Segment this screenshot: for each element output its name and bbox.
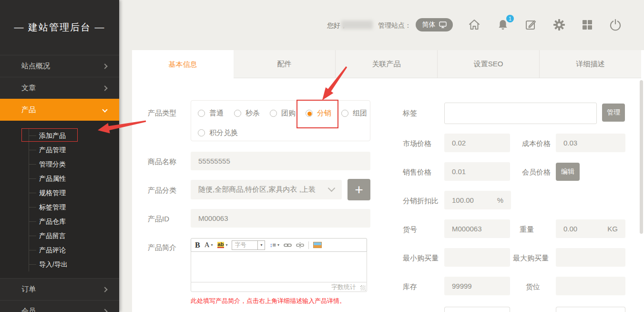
- weight-value: 0.00: [563, 225, 577, 233]
- product-category-label: 产品分类: [148, 186, 176, 195]
- font-size-combo[interactable]: 字号 ▼: [232, 240, 265, 250]
- radio-label: 秒杀: [245, 109, 260, 118]
- editor-toolbar: B A ▾ ab ▾ 字号 ▼ ↕≡ ▾: [191, 238, 367, 252]
- tag-input[interactable]: [444, 103, 597, 124]
- submenu-item-product-attrs[interactable]: 产品属性: [29, 171, 114, 186]
- language-site-button[interactable]: 简体: [416, 18, 453, 31]
- item-number-input[interactable]: [444, 219, 510, 238]
- max-purchase-input[interactable]: [556, 248, 625, 267]
- sidebar-item-orders[interactable]: 订单: [0, 278, 119, 300]
- submenu-item-add-product[interactable]: 添加产品: [29, 128, 114, 143]
- product-name-input[interactable]: [191, 152, 370, 170]
- insert-image-icon[interactable]: [313, 242, 322, 248]
- radio-group-buy[interactable]: 团购: [270, 109, 296, 118]
- scrollbar-thumb[interactable]: [640, 80, 643, 234]
- radio-circle-icon: [198, 110, 205, 117]
- radio-flash-sale[interactable]: 秒杀: [234, 109, 260, 118]
- submenu-item-warehouse[interactable]: 产品仓库: [29, 214, 114, 229]
- member-price-edit-button[interactable]: 编辑: [556, 163, 580, 181]
- highlight-button[interactable]: ab ▾: [217, 242, 228, 248]
- max-purchase-label: 最大购买量: [513, 254, 549, 263]
- language-label: 简体: [422, 21, 436, 29]
- distribution-discount-label: 分销折扣比: [403, 197, 439, 206]
- manage-tags-button[interactable]: 管理: [602, 104, 625, 122]
- font-size-placeholder: 字号: [232, 241, 257, 249]
- shelf-location-input[interactable]: [556, 277, 625, 295]
- logout-power-icon[interactable]: [608, 17, 623, 32]
- notifications-bell-icon[interactable]: 1: [495, 17, 511, 32]
- sale-price-label: 销售价格: [403, 168, 431, 177]
- home-icon[interactable]: [467, 17, 482, 32]
- min-purchase-input[interactable]: [444, 248, 510, 267]
- sidebar-item-articles[interactable]: 文章: [0, 77, 119, 99]
- discount-value: 100.00: [452, 196, 474, 204]
- product-type-label: 产品类型: [148, 109, 176, 118]
- editor-content-area[interactable]: [191, 252, 367, 282]
- radio-team-buy[interactable]: 组团: [341, 109, 367, 118]
- tab-detail-description[interactable]: 详细描述: [539, 50, 641, 78]
- distribution-discount-input[interactable]: 100.00 %: [444, 191, 511, 209]
- toolbar-separator: [308, 241, 309, 249]
- submenu-item-spec-manage[interactable]: 规格管理: [29, 186, 114, 200]
- market-price-label: 市场价格: [403, 139, 431, 148]
- radio-distribution[interactable]: 分销: [306, 109, 331, 118]
- stock-input[interactable]: [444, 277, 510, 295]
- submenu-item-tag-manage[interactable]: 标签管理: [29, 200, 114, 214]
- weight-input[interactable]: 0.00 KG: [556, 219, 625, 238]
- tab-related-products[interactable]: 关联产品: [335, 50, 437, 78]
- products-submenu: 添加产品 产品管理 管理分类 产品属性 规格管理 标签管理 产品仓库 产品留言 …: [0, 121, 119, 278]
- font-color-button[interactable]: A ▾: [204, 241, 213, 249]
- tab-bar: 基本信息 配件 关联产品 设置SEO 详细描述: [132, 50, 641, 79]
- caret-down-icon: ▾: [277, 243, 279, 247]
- settings-gear-icon[interactable]: [552, 17, 567, 32]
- submenu-item-import-export[interactable]: 导入/导出: [29, 257, 114, 271]
- product-intro-label: 产品简介: [148, 243, 176, 252]
- edit-icon[interactable]: [523, 17, 538, 32]
- tab-seo-settings[interactable]: 设置SEO: [437, 50, 539, 78]
- radio-label: 普通: [209, 109, 224, 118]
- radio-label: 积分兑换: [209, 128, 238, 137]
- market-price-input[interactable]: [444, 134, 510, 152]
- sidebar-item-label: 订单: [21, 285, 36, 294]
- sidebar-item-products[interactable]: 产品: [0, 99, 119, 121]
- radio-points-exchange[interactable]: 积分兑换: [198, 128, 238, 137]
- cost-price-input[interactable]: [556, 134, 625, 152]
- stock-label: 库存: [403, 282, 417, 291]
- sidebar-item-label: 产品: [21, 105, 36, 114]
- submenu-item-product-manage[interactable]: 产品管理: [29, 143, 114, 157]
- category-selected-value: 随便,全部商品,特价区,家具内衣 ,上装: [198, 185, 316, 194]
- sidebar-item-label: 站点概况: [21, 62, 50, 71]
- sidebar-item-members[interactable]: 会员: [0, 300, 119, 312]
- chevron-right-icon: [102, 85, 107, 91]
- radio-normal[interactable]: 普通: [198, 109, 224, 118]
- tab-accessories[interactable]: 配件: [234, 50, 335, 78]
- product-category-select[interactable]: 随便,全部商品,特价区,家具内衣 ,上装: [191, 180, 342, 199]
- submenu-item-messages[interactable]: 产品留言: [29, 229, 114, 243]
- radio-circle-icon: [198, 129, 205, 136]
- sidebar-item-site-overview[interactable]: 站点概况: [0, 55, 119, 77]
- member-price-label: 会员价格: [522, 168, 551, 177]
- bold-button[interactable]: B: [195, 241, 200, 250]
- submenu-item-reviews[interactable]: 产品评论: [29, 243, 114, 257]
- partial-input-left[interactable]: [444, 307, 510, 312]
- partial-input-right[interactable]: [556, 307, 625, 312]
- insert-link-icon[interactable]: [284, 242, 292, 248]
- caret-down-icon: ▾: [211, 243, 213, 247]
- remove-link-icon[interactable]: [296, 242, 304, 249]
- cost-price-label: 成本价格: [522, 139, 551, 148]
- weight-label: 重量: [520, 225, 534, 234]
- font-color-glyph: A: [204, 241, 210, 249]
- notification-badge: 1: [506, 15, 514, 22]
- tag-label: 标签: [403, 109, 417, 118]
- resize-grip-icon[interactable]: [360, 285, 366, 291]
- sale-price-input[interactable]: [444, 162, 510, 181]
- item-number-label: 货号: [403, 225, 417, 234]
- product-id-input[interactable]: [191, 209, 370, 228]
- submenu-item-category-manage[interactable]: 管理分类: [29, 157, 114, 171]
- apps-grid-icon[interactable]: [580, 17, 595, 32]
- tab-basic-info[interactable]: 基本信息: [132, 50, 234, 79]
- line-height-button[interactable]: ↕≡ ▾: [269, 241, 279, 249]
- monitor-icon: [439, 21, 447, 28]
- add-category-button[interactable]: +: [348, 179, 370, 200]
- radio-circle-icon: [341, 110, 348, 117]
